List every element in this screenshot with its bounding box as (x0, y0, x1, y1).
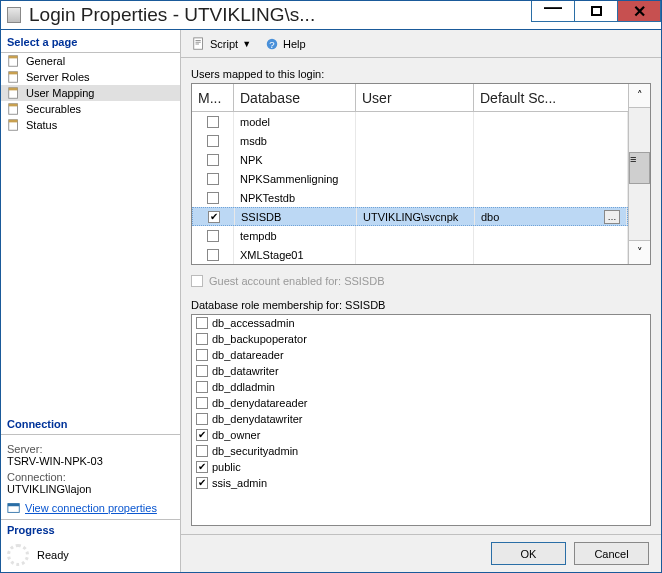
map-checkbox-cell[interactable] (193, 208, 235, 225)
maximize-button[interactable] (574, 1, 618, 22)
titlebar[interactable]: Login Properties - UTVIKLING\s... — ✕ (1, 1, 661, 30)
checkbox-icon[interactable] (207, 173, 219, 185)
checkbox-icon[interactable] (207, 192, 219, 204)
sidebar-item-user-mapping[interactable]: User Mapping (1, 85, 180, 101)
sidebar-item-general[interactable]: General (1, 53, 180, 69)
sidebar-item-securables[interactable]: Securables (1, 101, 180, 117)
role-item[interactable]: db_denydatareader (192, 395, 650, 411)
col-header-map[interactable]: M... (192, 84, 234, 111)
database-cell[interactable]: NPKSammenligning (234, 169, 356, 188)
scroll-track[interactable]: ≡ (629, 108, 650, 240)
checkbox-icon[interactable] (196, 477, 208, 489)
role-item[interactable]: public (192, 459, 650, 475)
role-membership-list[interactable]: db_accessadmindb_backupoperatordb_datare… (191, 314, 651, 526)
table-row[interactable]: tempdb (192, 226, 628, 245)
table-row[interactable]: SSISDBUTVIKLING\svcnpkdbo… (192, 207, 628, 226)
user-mapping-grid[interactable]: M... Database User Default Sc... modelms… (191, 83, 651, 265)
role-item[interactable]: db_datawriter (192, 363, 650, 379)
user-cell[interactable] (356, 245, 474, 264)
checkbox-icon[interactable] (207, 135, 219, 147)
user-cell[interactable]: UTVIKLING\svcnpk (357, 208, 475, 225)
map-checkbox-cell[interactable] (192, 150, 234, 169)
close-button[interactable]: ✕ (617, 1, 661, 22)
checkbox-icon[interactable] (196, 397, 208, 409)
script-button[interactable]: Script ▼ (187, 34, 256, 54)
checkbox-icon[interactable] (207, 249, 219, 261)
schema-cell[interactable] (474, 188, 628, 207)
schema-cell[interactable]: dbo… (475, 208, 627, 225)
user-cell[interactable] (356, 169, 474, 188)
checkbox-icon[interactable] (196, 445, 208, 457)
role-item[interactable]: ssis_admin (192, 475, 650, 491)
role-item[interactable]: db_owner (192, 427, 650, 443)
database-cell[interactable]: XMLStage01 (234, 245, 356, 264)
role-name: ssis_admin (212, 477, 267, 489)
ok-button[interactable]: OK (491, 542, 566, 565)
role-item[interactable]: db_ddladmin (192, 379, 650, 395)
col-header-user[interactable]: User (356, 84, 474, 111)
map-checkbox-cell[interactable] (192, 112, 234, 131)
checkbox-icon[interactable] (208, 211, 220, 223)
table-row[interactable]: model (192, 112, 628, 131)
checkbox-icon[interactable] (207, 154, 219, 166)
scroll-up-button[interactable]: ˄ (629, 84, 650, 108)
schema-cell[interactable] (474, 245, 628, 264)
help-button[interactable]: ? Help (260, 34, 311, 54)
col-header-database[interactable]: Database (234, 84, 356, 111)
role-item[interactable]: db_denydatawriter (192, 411, 650, 427)
checkbox-icon[interactable] (207, 116, 219, 128)
checkbox-icon[interactable] (196, 349, 208, 361)
schema-browse-button[interactable]: … (604, 210, 620, 224)
map-checkbox-cell[interactable] (192, 188, 234, 207)
guest-account-label: Guest account enabled for: SSISDB (209, 275, 385, 287)
map-checkbox-cell[interactable] (192, 169, 234, 188)
database-cell[interactable]: NPK (234, 150, 356, 169)
view-connection-properties-link[interactable]: View connection properties (7, 501, 174, 515)
user-cell[interactable] (356, 226, 474, 245)
role-item[interactable]: db_securityadmin (192, 443, 650, 459)
checkbox-icon[interactable] (207, 230, 219, 242)
grid-scrollbar[interactable]: ˄ ≡ ˅ (628, 84, 650, 264)
table-row[interactable]: NPKTestdb (192, 188, 628, 207)
table-row[interactable]: XMLStage01 (192, 245, 628, 264)
scroll-down-button[interactable]: ˅ (629, 240, 650, 264)
role-item[interactable]: db_datareader (192, 347, 650, 363)
sidebar: Select a page GeneralServer RolesUser Ma… (1, 30, 181, 572)
map-checkbox-cell[interactable] (192, 245, 234, 264)
schema-cell[interactable] (474, 150, 628, 169)
role-name: db_accessadmin (212, 317, 295, 329)
user-cell[interactable] (356, 150, 474, 169)
table-row[interactable]: NPK (192, 150, 628, 169)
database-cell[interactable]: NPKTestdb (234, 188, 356, 207)
map-checkbox-cell[interactable] (192, 226, 234, 245)
role-item[interactable]: db_backupoperator (192, 331, 650, 347)
checkbox-icon[interactable] (196, 317, 208, 329)
database-cell[interactable]: msdb (234, 131, 356, 150)
schema-cell[interactable] (474, 169, 628, 188)
database-cell[interactable]: tempdb (234, 226, 356, 245)
table-row[interactable]: msdb (192, 131, 628, 150)
table-row[interactable]: NPKSammenligning (192, 169, 628, 188)
checkbox-icon[interactable] (196, 429, 208, 441)
checkbox-icon[interactable] (196, 381, 208, 393)
role-item[interactable]: db_accessadmin (192, 315, 650, 331)
minimize-button[interactable]: — (531, 1, 575, 22)
map-checkbox-cell[interactable] (192, 131, 234, 150)
user-cell[interactable] (356, 188, 474, 207)
user-cell[interactable] (356, 112, 474, 131)
checkbox-icon[interactable] (196, 413, 208, 425)
col-header-schema[interactable]: Default Sc... (474, 84, 628, 111)
sidebar-item-server-roles[interactable]: Server Roles (1, 69, 180, 85)
checkbox-icon[interactable] (196, 365, 208, 377)
cancel-button[interactable]: Cancel (574, 542, 649, 565)
database-cell[interactable]: model (234, 112, 356, 131)
checkbox-icon[interactable] (196, 461, 208, 473)
schema-cell[interactable] (474, 131, 628, 150)
user-cell[interactable] (356, 131, 474, 150)
sidebar-item-status[interactable]: Status (1, 117, 180, 133)
schema-cell[interactable] (474, 226, 628, 245)
schema-cell[interactable] (474, 112, 628, 131)
scroll-thumb[interactable]: ≡ (629, 152, 650, 184)
database-cell[interactable]: SSISDB (235, 208, 357, 225)
checkbox-icon[interactable] (196, 333, 208, 345)
